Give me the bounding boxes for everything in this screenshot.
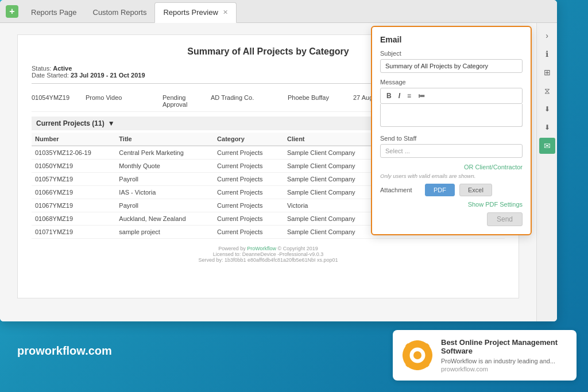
brand-link[interactable]: ProWorkflow: [247, 246, 276, 251]
cell-category: Current Projects: [214, 212, 284, 226]
promo-description: ProWorkflow is an industry leading and..…: [441, 358, 558, 364]
subject-input[interactable]: [380, 59, 523, 73]
cell-number: 01067YMZ19: [32, 199, 115, 212]
tab-close-icon[interactable]: ✕: [223, 9, 228, 16]
ol-button[interactable]: ≔: [416, 91, 427, 101]
cell-number: 01071YMZ19: [32, 226, 115, 239]
cell-title: IAS - Victoria: [115, 186, 214, 199]
report-footer: Powered by ProWorkflow © Copyright 2019 …: [32, 239, 505, 263]
message-toolbar: B I ≡ ≔: [380, 88, 523, 104]
branding-url: proworkflow.com: [17, 344, 112, 358]
attachment-row: Attachment PDF Excel: [380, 184, 523, 196]
filter-icon[interactable]: ⧖: [539, 83, 555, 99]
cell-number: 01057YMZ19: [32, 173, 115, 186]
cell-title: Payroll: [115, 199, 214, 212]
cell-title: Monthly Quote: [115, 160, 214, 173]
message-label: Message: [380, 79, 523, 86]
cell-client: Sample Client Company: [284, 186, 384, 199]
col-category: Category: [214, 133, 284, 146]
cell-number: 01035YMZ12-06-19: [32, 146, 115, 160]
status-line: Status: Active: [32, 65, 145, 72]
add-tab-button[interactable]: +: [6, 5, 18, 18]
cell-number: 01068YMZ19: [32, 212, 115, 226]
date-started-line: Date Started: 23 Jul 2019 - 21 Oct 2019: [32, 72, 145, 79]
cell-category: Current Projects: [214, 160, 284, 173]
tab-reports-preview[interactable]: Reports Preview ✕: [154, 2, 236, 23]
table-icon[interactable]: ⊞: [539, 64, 555, 80]
pending-client: AD Trading Co.: [211, 94, 285, 108]
show-pdf-settings-link[interactable]: Show PDF Settings: [380, 201, 523, 208]
promo-card: Best Online Project Management Software …: [393, 330, 577, 381]
send-to-label: Send to Staff: [380, 135, 523, 142]
tab-custom-reports-label: Custom Reports: [93, 8, 147, 17]
cell-client: Sample Client Company: [284, 160, 384, 173]
chevron-right-icon[interactable]: ›: [539, 28, 555, 44]
section-arrow: ▼: [108, 119, 115, 127]
download-pdf-icon[interactable]: ⬇: [539, 101, 555, 117]
svg-point-2: [413, 351, 421, 359]
cell-category: Current Projects: [214, 226, 284, 239]
cell-category: Current Projects: [214, 173, 284, 186]
or-client-link[interactable]: OR Client/Contractor: [464, 164, 523, 170]
message-textarea[interactable]: [380, 104, 523, 127]
cell-title: sample project: [115, 226, 214, 239]
info-icon[interactable]: ℹ: [539, 46, 555, 62]
col-client: Client: [284, 133, 384, 146]
section-label: Current Projects (11): [36, 119, 105, 127]
svg-rect-3: [416, 340, 419, 345]
pending-manager: Phoebe Buffay: [288, 94, 351, 108]
cell-title: Payroll: [115, 173, 214, 186]
download-excel-icon[interactable]: ⬇: [539, 119, 555, 135]
cell-client: Sample Client Company: [284, 226, 384, 239]
promo-heading: Best Online Project Management Software: [441, 338, 558, 355]
svg-rect-6: [428, 354, 432, 357]
col-title: Title: [115, 133, 214, 146]
col-number: Number: [32, 133, 115, 146]
email-panel: Email Subject Message B I ≡ ≔ Send to St…: [371, 26, 532, 235]
staff-select[interactable]: Select ...: [380, 144, 523, 158]
subject-label: Subject: [380, 50, 523, 57]
promo-logo-icon: [402, 340, 433, 371]
report-meta-left: Status: Active Date Started: 23 Jul 2019…: [32, 65, 145, 79]
cell-client: Sample Client Company: [284, 173, 384, 186]
svg-rect-4: [416, 366, 419, 370]
promo-url: proworkflow.com: [441, 366, 558, 372]
or-client-text: OR Client/Contractor: [380, 164, 523, 170]
pending-number: 01054YMZ19: [32, 94, 83, 108]
pdf-attachment-button[interactable]: PDF: [425, 184, 455, 196]
tab-reports-page-label: Reports Page: [31, 8, 77, 17]
tab-bar: + Reports Page Custom Reports Reports Pr…: [0, 0, 557, 23]
valid-note: Only users with valid emails are shown.: [380, 173, 523, 179]
cell-client: Victoria: [284, 199, 384, 212]
cell-client: Sample Client Company: [284, 146, 384, 160]
attachment-label: Attachment: [380, 187, 420, 193]
cell-number: 01066YMZ19: [32, 186, 115, 199]
browser-window: + Reports Page Custom Reports Reports Pr…: [0, 0, 557, 321]
italic-button[interactable]: I: [396, 91, 403, 101]
cell-category: Current Projects: [214, 199, 284, 212]
cell-title: Central Perk Marketing: [115, 146, 214, 160]
tab-custom-reports[interactable]: Custom Reports: [85, 2, 155, 23]
ul-button[interactable]: ≡: [405, 91, 413, 101]
promo-text: Best Online Project Management Software …: [441, 338, 558, 372]
email-icon[interactable]: ✉: [539, 138, 555, 154]
pending-title: Promo Video: [86, 94, 160, 108]
tab-reports-preview-label: Reports Preview: [163, 8, 218, 17]
cell-number: 01050YMZ19: [32, 160, 115, 173]
cell-category: Current Projects: [214, 186, 284, 199]
excel-attachment-button[interactable]: Excel: [459, 184, 492, 196]
pending-category: Pending Approval: [163, 94, 208, 108]
bold-button[interactable]: B: [384, 91, 394, 101]
cell-title: Auckland, New Zealand: [115, 212, 214, 226]
cell-client: Sample Client Company: [284, 212, 384, 226]
email-panel-title: Email: [380, 35, 523, 44]
svg-rect-5: [403, 354, 407, 357]
cell-category: Current Projects: [214, 146, 284, 160]
send-button[interactable]: Send: [487, 212, 523, 226]
right-sidebar: › ℹ ⊞ ⧖ ⬇ ⬇ ✉: [536, 23, 557, 321]
tab-reports-page[interactable]: Reports Page: [23, 2, 85, 23]
